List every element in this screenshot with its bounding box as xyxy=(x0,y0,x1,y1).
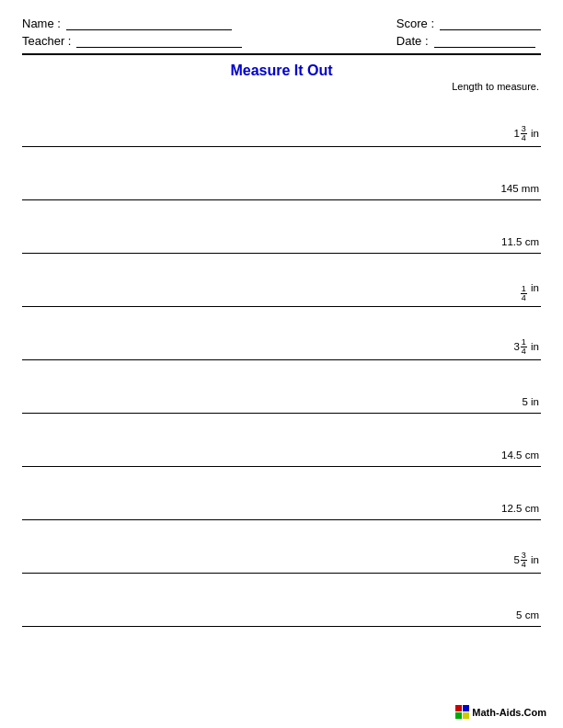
date-line xyxy=(434,35,535,48)
logo-cell-green xyxy=(455,712,462,719)
page-title: Measure It Out xyxy=(230,63,332,78)
logo-cell-yellow xyxy=(463,712,469,719)
length-label: Length to measure. xyxy=(22,81,541,92)
header: Name : Teacher : Score : Date : xyxy=(22,17,541,48)
date-label: Date : xyxy=(396,34,429,48)
name-label: Name : xyxy=(22,17,61,30)
mixed-fraction: 1 4 xyxy=(521,285,528,302)
measure-row: 11.5 cm xyxy=(22,200,541,254)
teacher-label: Teacher : xyxy=(22,34,71,48)
logo-cell-red xyxy=(455,705,462,711)
date-field: Date : xyxy=(396,34,541,48)
measure-value: 11.5 cm xyxy=(484,236,539,251)
name-field: Name : xyxy=(22,17,242,30)
measure-row: 5 3 4 in xyxy=(22,520,541,574)
score-field: Score : xyxy=(396,17,541,30)
logo-grid xyxy=(455,705,469,719)
mixed-fraction: 3 1 4 xyxy=(513,338,527,356)
measure-rows: 1 3 4 in 145 mm 11.5 cm xyxy=(22,94,541,627)
measure-row: 5 cm xyxy=(22,574,541,627)
teacher-field: Teacher : xyxy=(22,34,242,48)
measure-row: 1 4 in xyxy=(22,254,541,307)
score-line xyxy=(440,17,541,30)
teacher-line xyxy=(76,35,242,48)
measure-row: 5 in xyxy=(22,360,541,414)
measure-row: 1 3 4 in xyxy=(22,94,541,147)
title-section: Measure It Out xyxy=(22,63,541,79)
footer-text: Math-Aids.Com xyxy=(472,707,546,718)
measure-value: 12.5 cm xyxy=(484,503,539,518)
measure-value: 5 3 4 in xyxy=(484,552,539,571)
measure-value: 145 mm xyxy=(484,183,539,198)
footer-logo: Math-Aids.Com xyxy=(455,705,546,719)
header-left: Name : Teacher : xyxy=(22,17,242,48)
name-line xyxy=(66,17,232,30)
footer: Math-Aids.Com xyxy=(455,705,546,719)
measure-value: 1 3 4 in xyxy=(484,125,539,144)
measure-value: 3 1 4 in xyxy=(484,338,539,358)
measure-row: 14.5 cm xyxy=(22,414,541,467)
measure-row: 145 mm xyxy=(22,147,541,200)
header-right: Score : Date : xyxy=(396,17,541,48)
measure-row: 12.5 cm xyxy=(22,467,541,520)
measure-value: 1 4 in xyxy=(484,282,539,304)
measure-value: 5 cm xyxy=(484,609,539,624)
mixed-fraction: 1 3 4 xyxy=(513,125,527,142)
measure-value: 14.5 cm xyxy=(484,449,539,464)
mixed-fraction: 5 3 4 xyxy=(513,552,527,569)
measure-value: 5 in xyxy=(484,396,539,411)
score-label: Score : xyxy=(396,17,434,30)
logo-cell-blue xyxy=(463,705,469,711)
header-divider xyxy=(22,53,541,55)
page: Name : Teacher : Score : Date : Measure … xyxy=(0,0,563,728)
measure-row: 3 1 4 in xyxy=(22,307,541,360)
